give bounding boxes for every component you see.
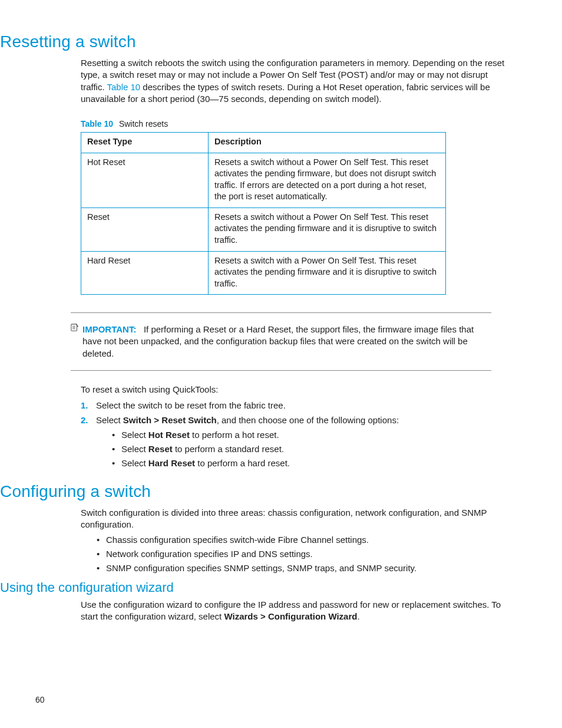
table-label: Table 10: [81, 119, 113, 129]
substep-pre: Select: [121, 444, 148, 454]
cell-desc: Resets a switch without a Power On Self …: [209, 153, 446, 207]
substep: Select Hot Reset to perform a hot reset.: [111, 429, 510, 441]
substep-post: to perform a standard reset.: [173, 444, 284, 454]
substeps-list: Select Hot Reset to perform a hot reset.…: [111, 429, 510, 469]
table-header-row: Reset Type Description: [81, 133, 446, 153]
important-note: IMPORTANT: If performing a Reset or a Ha…: [71, 312, 491, 371]
substep-bold: Hard Reset: [148, 458, 195, 468]
wizard-post: .: [357, 611, 359, 621]
substep-pre: Select: [121, 458, 148, 468]
cell-reset-type: Hot Reset: [81, 153, 209, 207]
step-1: 1. Select the switch to be reset from th…: [81, 399, 510, 411]
substep-bold: Reset: [148, 444, 173, 454]
procedure-lead-wrap: To reset a switch using QuickTools:: [81, 384, 510, 396]
substep-bold: Hot Reset: [148, 430, 190, 440]
config-bullets: Chassis configuration specifies switch-w…: [95, 533, 510, 574]
substep-pre: Select: [121, 430, 148, 440]
config-bullets-wrap: Chassis configuration specifies switch-w…: [95, 533, 510, 574]
substeps-wrap: Select Hot Reset to perform a hot reset.…: [111, 429, 510, 469]
substep: Select Reset to perform a standard reset…: [111, 443, 510, 455]
important-text: IMPORTANT: If performing a Reset or a Ha…: [82, 324, 491, 360]
cell-reset-type: Reset: [81, 207, 209, 251]
table-switch-resets: Reset Type Description Hot Reset Resets …: [81, 132, 446, 295]
substep-post: to perform a hard reset.: [195, 458, 290, 468]
steps-wrap: 1. Select the switch to be reset from th…: [81, 399, 510, 426]
list-item: Network configuration specifies IP and D…: [95, 548, 510, 560]
step-text-pre: Select: [96, 415, 123, 425]
step-number: 1.: [81, 399, 88, 411]
procedure-lead: To reset a switch using QuickTools:: [81, 384, 510, 396]
configuring-paragraph: Switch configuration is divided into thr…: [81, 507, 510, 531]
resetting-intro: Resetting a switch reboots the switch us…: [81, 57, 510, 295]
table-caption-text: Switch resets: [119, 119, 168, 129]
table-row: Hot Reset Resets a switch without a Powe…: [81, 153, 446, 207]
intro-post: describes the types of switch resets. Du…: [81, 82, 490, 104]
table-row: Hard Reset Resets a switch with a Power …: [81, 251, 446, 295]
important-body: If performing a Reset or a Hard Reset, t…: [82, 324, 474, 358]
cell-desc: Resets a switch with a Power On Self Tes…: [209, 251, 446, 295]
step-number: 2.: [81, 414, 88, 426]
page-number: 60: [35, 695, 45, 704]
wizard-bold: Wizards > Configuration Wizard: [224, 611, 357, 621]
resetting-intro-paragraph: Resetting a switch reboots the switch us…: [81, 57, 510, 105]
list-item: SNMP configuration specifies SNMP settin…: [95, 562, 510, 574]
substep: Select Hard Reset to perform a hard rese…: [111, 457, 510, 469]
steps-list: 1. Select the switch to be reset from th…: [81, 399, 510, 426]
link-table-10[interactable]: Table 10: [107, 82, 140, 92]
step-text-post: , and then choose one of the following o…: [217, 415, 399, 425]
col-description: Description: [209, 133, 446, 153]
important-label: IMPORTANT:: [82, 324, 136, 334]
col-reset-type: Reset Type: [81, 133, 209, 153]
page: Resetting a switch Resetting a switch re…: [0, 0, 562, 728]
cell-reset-type: Hard Reset: [81, 251, 209, 295]
heading-resetting-switch: Resetting a switch: [0, 32, 562, 51]
wizard-paragraph: Use the configuration wizard to configur…: [81, 599, 510, 623]
heading-configuring-switch: Configuring a switch: [0, 482, 562, 501]
step-2: 2. Select Switch > Reset Switch, and the…: [81, 414, 510, 426]
cell-desc: Resets a switch without a Power On Self …: [209, 207, 446, 251]
heading-config-wizard: Using the configuration wizard: [0, 580, 562, 595]
configuring-intro: Switch configuration is divided into thr…: [81, 507, 510, 531]
note-icon: [71, 324, 79, 332]
table-caption: Table 10 Switch resets: [81, 119, 510, 129]
table-row: Reset Resets a switch without a Power On…: [81, 207, 446, 251]
list-item: Chassis configuration specifies switch-w…: [95, 533, 510, 546]
wizard-paragraph-wrap: Use the configuration wizard to configur…: [81, 599, 510, 623]
substep-post: to perform a hot reset.: [190, 430, 279, 440]
step-text: Select the switch to be reset from the f…: [96, 400, 286, 410]
step-text-bold: Switch > Reset Switch: [123, 415, 217, 425]
